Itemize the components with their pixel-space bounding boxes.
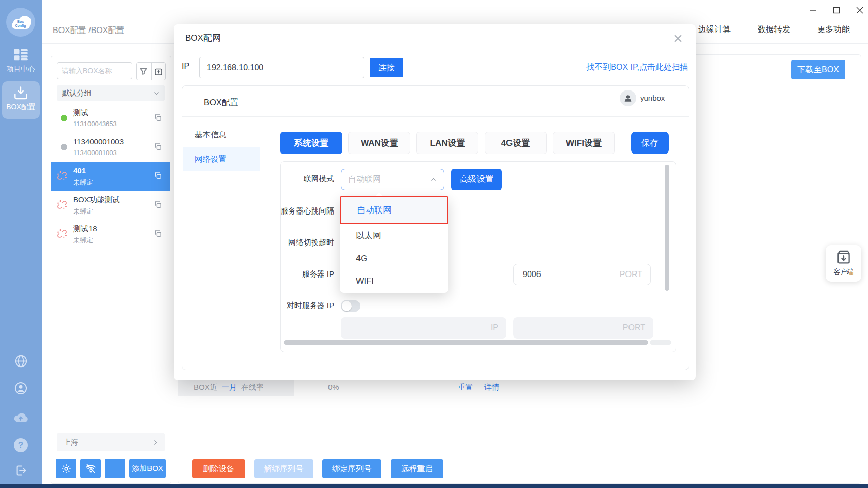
tab-network-settings[interactable]: 网络设置 <box>183 147 260 171</box>
sidebar-item-label: BOX配置 <box>0 103 42 112</box>
online-rate-label: BOX近一月在线率 <box>178 378 294 396</box>
device-list-item[interactable]: 113400001003 113400001003 <box>51 133 170 162</box>
maximize-icon[interactable] <box>829 4 844 16</box>
window-bottom-edge <box>0 484 868 488</box>
nav-more-functions[interactable]: 更多功能 <box>817 24 850 35</box>
vertical-scrollbar[interactable] <box>665 165 669 291</box>
dropdown-option-auto[interactable]: 自动联网 <box>340 196 448 224</box>
add-box-button[interactable]: 添加BOX <box>129 459 166 478</box>
cloud-logo-icon: BoxConfig <box>11 16 31 29</box>
tab-lan-settings[interactable]: LAN设置 <box>416 132 478 154</box>
dropdown-option-ethernet[interactable]: 以太网 <box>340 225 448 247</box>
device-name: 测试 <box>73 108 88 118</box>
dropdown-option-wifi[interactable]: WIFI <box>340 269 448 292</box>
client-download-icon <box>835 248 852 266</box>
search-input[interactable] <box>57 62 132 79</box>
device-list-item[interactable]: BOX功能测试 未绑定 <box>51 191 170 220</box>
minimize-icon[interactable] <box>805 4 821 16</box>
dropdown-option-4g[interactable]: 4G <box>340 247 448 269</box>
horizontal-scrollbar[interactable] <box>284 340 648 345</box>
advanced-settings-button[interactable]: 高级设置 <box>451 169 502 190</box>
globe-icon[interactable] <box>0 354 42 368</box>
tab-wan-settings[interactable]: WAN设置 <box>348 132 410 154</box>
device-status: 未绑定 <box>73 178 93 187</box>
device-list-item[interactable]: 测试 113100043653 <box>51 104 170 133</box>
device-list-item[interactable]: 测试18 未绑定 <box>51 220 170 249</box>
delete-device-button[interactable]: 删除设备 <box>192 459 245 478</box>
add-group-icon[interactable] <box>152 63 166 80</box>
help-icon[interactable]: ? <box>0 438 42 452</box>
sidebar-item-label: 项目中心 <box>0 65 42 74</box>
app-window: BoxConfig 项目中心 BOX配置 <box>0 0 868 488</box>
period-link[interactable]: 一月 <box>222 383 237 392</box>
nav-edge-computing[interactable]: 边缘计算 <box>698 24 731 35</box>
ip-label: IP <box>182 62 189 71</box>
client-widget[interactable]: 客户端 <box>826 245 861 282</box>
group-header[interactable]: 默认分组 <box>57 85 165 101</box>
group-label: 默认分组 <box>62 88 92 98</box>
device-list-item-selected[interactable]: 401 未绑定 <box>51 162 170 191</box>
copy-icon[interactable] <box>154 229 162 238</box>
scan-link[interactable]: 找不到BOX IP,点击此处扫描 <box>586 62 688 73</box>
box-config-card: BOX配置 yunbox 基本信息 网络设置 系统设置 WAN设置 LAN设置 … <box>182 85 689 370</box>
location-label: 上海 <box>63 438 78 447</box>
device-serial: 113100043653 <box>73 120 117 128</box>
gear-icon <box>61 464 71 474</box>
tab-4g-settings[interactable]: 4G设置 <box>485 132 547 154</box>
blank-button[interactable] <box>105 459 125 478</box>
cloud-upload-icon[interactable] <box>0 411 42 423</box>
copy-icon[interactable] <box>154 113 162 122</box>
wifi-off-button[interactable] <box>80 459 101 478</box>
chevron-up-icon <box>430 176 437 183</box>
mode-select-value: 自动联网 <box>348 174 381 185</box>
download-icon <box>14 86 28 100</box>
chevron-down-icon <box>153 90 160 97</box>
time-server-ip-field[interactable]: IP <box>341 317 506 339</box>
breadcrumb: BOX配置 /BOX配置 <box>53 25 124 36</box>
tab-basic-info[interactable]: 基本信息 <box>183 123 260 147</box>
location-row[interactable]: 上海 <box>57 433 165 451</box>
online-rate-value: 0% <box>328 383 339 391</box>
connect-button[interactable]: 连接 <box>370 58 403 77</box>
mode-select[interactable]: 自动联网 <box>341 169 444 190</box>
remote-restart-button[interactable]: 远程重启 <box>391 459 443 478</box>
modal-divider <box>174 51 696 51</box>
reset-link[interactable]: 重置 <box>458 383 473 392</box>
copy-icon[interactable] <box>154 142 162 151</box>
mode-dropdown: 自动联网 以太网 4G WIFI <box>340 196 448 293</box>
server-ip-label: 服务器 IP <box>278 269 334 279</box>
close-icon[interactable] <box>852 4 867 16</box>
user-name: yunbox <box>640 94 665 102</box>
user-icon[interactable] <box>0 381 42 395</box>
unbind-serial-button[interactable]: 解绑序列号 <box>254 459 313 478</box>
copy-icon[interactable] <box>154 171 162 180</box>
settings-button[interactable] <box>56 459 76 478</box>
time-server-port-field[interactable]: PORT <box>513 317 653 339</box>
tab-system-settings[interactable]: 系统设置 <box>280 132 342 154</box>
copy-icon[interactable] <box>154 200 162 209</box>
network-form-panel: 联网模式 服务器心跳间隔 网络切换超时 服务器 IP 对时服务器 IP 自动联网… <box>280 161 676 352</box>
bind-serial-button[interactable]: 绑定序列号 <box>322 459 381 478</box>
port-suffix: PORT <box>623 323 645 332</box>
server-port-input[interactable] <box>522 269 620 280</box>
chevron-right-icon <box>152 439 159 446</box>
filter-icon[interactable] <box>137 63 151 80</box>
ip-suffix: IP <box>491 323 498 332</box>
nav-data-forwarding[interactable]: 数据转发 <box>758 24 790 35</box>
sidebar-item-box-config[interactable]: BOX配置 <box>0 86 42 112</box>
heartbeat-label: 服务器心跳间隔 <box>278 206 334 216</box>
ip-input[interactable] <box>199 57 364 78</box>
logout-icon[interactable] <box>0 464 42 477</box>
sidebar-item-project-center[interactable]: 项目中心 <box>0 48 42 74</box>
modal-close-icon[interactable] <box>671 32 684 45</box>
broken-link-icon <box>57 229 67 239</box>
download-to-box-button[interactable]: 下载至BOX <box>791 60 845 79</box>
device-name: 401 <box>73 166 86 175</box>
card-divider <box>182 116 689 117</box>
tab-wifi-settings[interactable]: WIFI设置 <box>553 132 615 154</box>
server-port-field[interactable]: PORT <box>513 264 651 285</box>
save-button[interactable]: 保存 <box>631 132 669 154</box>
detail-link[interactable]: 详情 <box>484 383 499 392</box>
time-server-toggle[interactable] <box>341 300 360 312</box>
sidebar: BoxConfig 项目中心 BOX配置 <box>0 0 42 488</box>
